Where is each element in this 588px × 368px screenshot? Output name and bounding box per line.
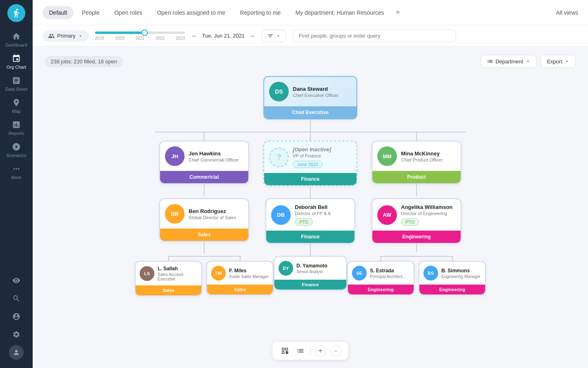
sidebar-item-map[interactable]: Map	[0, 95, 33, 117]
sallah-branch: LS L. Sallah Sales Account Executive Sal…	[135, 257, 202, 296]
department-btn-label: Department	[496, 58, 523, 65]
angelika-branch: AW Angelika Williamson Director of Engin…	[370, 198, 463, 256]
sidebar-item-label: Reports	[9, 131, 24, 136]
toolbar: Primary 2019 2020 2021 2022 2023 ← Tue, …	[33, 25, 588, 47]
estrada-branch: SE S. Estrada Principal Architect... Eng…	[347, 257, 414, 295]
sidebar: Dashboard Org Chart Data Sheet Map Repor…	[0, 0, 33, 368]
estrada-dept: Engineering	[348, 285, 414, 294]
sallah-node[interactable]: LS L. Sallah Sales Account Executive Sal…	[135, 261, 202, 296]
ceo-node[interactable]: DS Dana Steward Chief Executive Officer …	[263, 76, 357, 132]
ceo-avatar: DS	[269, 82, 289, 101]
deborah-title: Director of FP & A	[295, 211, 350, 216]
sidebar-item-label: Data Sheet	[5, 87, 27, 92]
sidebar-item-more[interactable]: More	[0, 161, 33, 183]
sidebar-item-org-chart[interactable]: Org Chart	[0, 51, 33, 73]
sidebar-item-label: Scenarios	[7, 153, 27, 158]
list-view-icon[interactable]	[295, 345, 306, 357]
cco-node[interactable]: JH Jen Hawkins Chief Commercial Officer …	[159, 141, 249, 184]
estrada-node[interactable]: SE S. Estrada Principal Architect... Eng…	[347, 261, 414, 295]
cpo-node[interactable]: MM Mina McKinney Chief Product Officer P…	[372, 141, 461, 184]
yamamoto-dept: Finance	[274, 280, 346, 289]
search-input[interactable]	[293, 29, 456, 42]
primary-dropdown[interactable]: Primary	[42, 30, 89, 42]
date-next-button[interactable]: →	[249, 32, 255, 40]
org-view-icon[interactable]	[279, 345, 291, 357]
deborah-dept: Finance	[266, 231, 354, 243]
primary-label: Primary	[57, 33, 76, 39]
current-date: Tue, Jun 21, 2021	[202, 33, 245, 39]
sallah-dept: Sales	[136, 285, 201, 295]
simmons-avatar: BS	[423, 266, 438, 280]
ben-children: LS L. Sallah Sales Account Executive Sal…	[157, 256, 251, 296]
tab-open-roles[interactable]: Open roles	[108, 6, 149, 19]
all-views-link[interactable]: All views	[556, 9, 578, 16]
deborah-branch: DB Deborah Bell Director of FP & A PTO F…	[263, 198, 357, 256]
sallah-title: Sales Account Executive	[158, 272, 197, 281]
simmons-node[interactable]: BS B. Simmons Engineering Manager Engine…	[419, 261, 486, 295]
ben-title: Global Director of Sales	[189, 215, 243, 220]
simmons-branch: BS B. Simmons Engineering Manager Engine…	[419, 257, 486, 295]
sidebar-item-dashboard[interactable]: Dashboard	[0, 29, 33, 51]
toolbar-divider	[310, 346, 311, 356]
sallah-avatar: LS	[140, 266, 154, 281]
user-avatar[interactable]	[9, 345, 24, 360]
sidebar-item-reports[interactable]: Reports	[0, 117, 33, 139]
vp-finance-node[interactable]: ? [Open Inactive] VP of Finance June 202…	[263, 141, 357, 186]
tab-my-department[interactable]: My department: Human Resources	[289, 6, 390, 19]
org-chart-content: 238 jobs: 220 filled, 18 open Department…	[33, 47, 588, 368]
search-icon[interactable]	[9, 291, 24, 306]
sidebar-item-scenarios[interactable]: Scenarios	[0, 139, 33, 161]
angelika-node[interactable]: AW Angelika Williamson Director of Engin…	[372, 198, 461, 244]
sidebar-item-data-sheet[interactable]: Data Sheet	[0, 73, 33, 95]
department-filter-button[interactable]: Department	[481, 55, 537, 68]
deborah-node[interactable]: DB Deborah Bell Director of FP & A PTO F…	[265, 198, 355, 244]
yamamoto-node[interactable]: DY D. Yamamoto Senior Analyst Finance	[274, 256, 347, 290]
ben-node[interactable]: BR Ben Rodriguez Global Director of Sale…	[159, 198, 249, 242]
vp-finance-title: VP of Finance	[293, 153, 352, 158]
estrada-title: Principal Architect...	[370, 274, 410, 279]
tab-default[interactable]: Default	[42, 6, 74, 19]
export-button[interactable]: Export	[541, 55, 576, 68]
tab-open-roles-assigned[interactable]: Open roles assigned to me	[150, 6, 232, 19]
tab-people[interactable]: People	[75, 6, 106, 19]
top-navigation: Default People Open roles Open roles ass…	[33, 0, 588, 25]
filter-button[interactable]	[262, 30, 286, 42]
miles-avatar: FM	[211, 266, 226, 280]
ceo-name: Dana Steward	[293, 86, 352, 92]
yamamoto-avatar: DY	[278, 261, 293, 276]
sidebar-item-label: Org Chart	[7, 65, 26, 70]
settings-icon[interactable]	[9, 327, 24, 342]
cpo-name: Mina McKinney	[401, 150, 456, 157]
date-prev-button[interactable]: ←	[192, 32, 198, 40]
ben-branch: BR Ben Rodriguez Global Director of Sale…	[157, 198, 251, 256]
person-icon[interactable]	[9, 309, 24, 324]
zoom-in-button[interactable]: +	[315, 345, 326, 357]
ben-dept: Sales	[160, 229, 248, 241]
tab-reporting-to-me[interactable]: Reporting to me	[234, 6, 287, 19]
cco-title: Chief Commercial Officer	[189, 157, 243, 162]
org-chart: DS Dana Steward Chief Executive Officer …	[45, 76, 576, 321]
job-stats: 238 jobs: 220 filled, 18 open	[45, 56, 123, 67]
zoom-out-button[interactable]: -	[330, 345, 342, 357]
vp-finance-avatar: ?	[269, 148, 289, 167]
sidebar-item-label: More	[11, 175, 21, 180]
yamamoto-name: D. Yamamoto	[296, 263, 342, 269]
angelika-name: Angelika Williamson	[401, 204, 456, 210]
cpo-avatar: MM	[377, 146, 397, 166]
miles-name: F. Miles	[229, 268, 269, 274]
yamamoto-title: Senior Analyst	[296, 269, 342, 274]
estrada-avatar: SE	[352, 266, 367, 280]
ben-avatar: BR	[165, 204, 185, 224]
add-view-button[interactable]: +	[392, 8, 403, 17]
date-navigator: ← Tue, Jun 21, 2021 →	[192, 32, 255, 40]
miles-dept: Sales	[207, 285, 273, 294]
angelika-children: SE S. Estrada Principal Architect... Eng…	[370, 256, 463, 296]
sallah-name: L. Sallah	[158, 266, 197, 272]
timeline-slider[interactable]	[95, 31, 185, 34]
cpo-title: Chief Product Officer	[401, 157, 456, 162]
cco-avatar: JH	[165, 146, 185, 166]
deborah-name: Deborah Bell	[295, 204, 350, 210]
app-logo[interactable]	[7, 4, 25, 22]
eye-icon[interactable]	[9, 273, 24, 288]
miles-title: Inside Sales Manager	[229, 274, 269, 279]
